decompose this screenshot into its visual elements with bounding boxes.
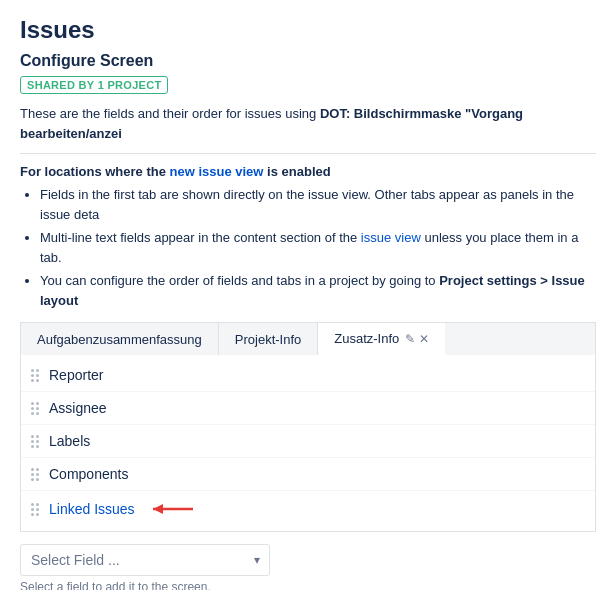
select-wrapper: Select Field ... ▾ bbox=[20, 544, 270, 576]
info-heading-link[interactable]: new issue view bbox=[170, 164, 264, 179]
field-assignee-label: Assignee bbox=[49, 400, 107, 416]
shared-badge: SHARED BY 1 PROJECT bbox=[20, 76, 168, 94]
field-components-label: Components bbox=[49, 466, 128, 482]
svg-marker-1 bbox=[153, 504, 163, 514]
red-arrow-icon bbox=[143, 499, 203, 519]
description-text: These are the fields and their order for… bbox=[20, 104, 596, 143]
tab-projekt-info[interactable]: Projekt-Info bbox=[219, 323, 318, 355]
info-heading: For locations where the new issue view i… bbox=[20, 164, 596, 179]
bullet-list: Fields in the first tab are shown direct… bbox=[20, 185, 596, 310]
table-row[interactable]: Assignee bbox=[21, 392, 595, 425]
info-section: For locations where the new issue view i… bbox=[20, 164, 596, 310]
drag-handle-assignee[interactable] bbox=[31, 402, 39, 415]
description-prefix: These are the fields and their order for… bbox=[20, 106, 320, 121]
fields-container: Reporter Assignee Labels Components bbox=[20, 355, 596, 532]
table-row[interactable]: Reporter bbox=[21, 359, 595, 392]
tab-aufgabenzusammenfassung-label: Aufgabenzusammenfassung bbox=[37, 332, 202, 347]
tab-projekt-info-label: Projekt-Info bbox=[235, 332, 301, 347]
table-row[interactable]: Components bbox=[21, 458, 595, 491]
linked-issues-arrow bbox=[143, 499, 203, 519]
drag-handle-reporter[interactable] bbox=[31, 369, 39, 382]
info-heading-suffix: is enabled bbox=[263, 164, 330, 179]
table-row[interactable]: Linked Issues bbox=[21, 491, 595, 527]
field-reporter-label: Reporter bbox=[49, 367, 103, 383]
drag-handle-linked-issues[interactable] bbox=[31, 503, 39, 516]
select-field-hint: Select a field to add it to the screen. bbox=[20, 580, 596, 590]
bullet-1: Fields in the first tab are shown direct… bbox=[40, 185, 596, 224]
tab-edit-icon[interactable]: ✎ bbox=[405, 332, 415, 346]
drag-handle-labels[interactable] bbox=[31, 435, 39, 448]
section-title: Configure Screen bbox=[20, 52, 596, 70]
bullet-3: You can configure the order of fields an… bbox=[40, 271, 596, 310]
tabs-container: Aufgabenzusammenfassung Projekt-Info Zus… bbox=[20, 322, 596, 355]
tab-zusatz-info[interactable]: Zusatz-Info ✎ ✕ bbox=[318, 323, 445, 355]
bullet-2: Multi-line text fields appear in the con… bbox=[40, 228, 596, 267]
tab-zusatz-info-label: Zusatz-Info bbox=[334, 331, 399, 346]
table-row[interactable]: Labels bbox=[21, 425, 595, 458]
divider bbox=[20, 153, 596, 154]
select-field-container: Select Field ... ▾ Select a field to add… bbox=[20, 544, 596, 590]
tab-close-icon[interactable]: ✕ bbox=[419, 332, 429, 346]
info-heading-prefix: For locations where the bbox=[20, 164, 170, 179]
tab-aufgabenzusammenfassung[interactable]: Aufgabenzusammenfassung bbox=[21, 323, 219, 355]
page-title: Issues bbox=[20, 16, 596, 44]
select-field-dropdown[interactable]: Select Field ... bbox=[20, 544, 270, 576]
field-linked-issues-label: Linked Issues bbox=[49, 501, 135, 517]
drag-handle-components[interactable] bbox=[31, 468, 39, 481]
field-labels-label: Labels bbox=[49, 433, 90, 449]
tab-zusatz-info-actions: ✎ ✕ bbox=[405, 332, 429, 346]
